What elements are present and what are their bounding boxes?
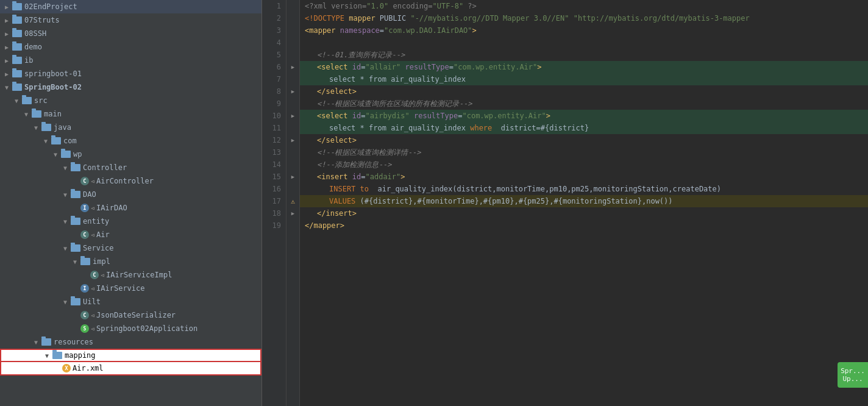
label-jsondateserializer: JsonDateSerializer [96,311,176,319]
gutter-11 [286,122,299,134]
folder-icon-07struts [12,16,22,24]
label-wp: wp [73,150,82,158]
line-num-11: 11 [267,122,281,134]
arrow-07struts [5,17,12,24]
badge-c-jsondateserializer: C [80,311,89,319]
line-num-19: 19 [267,219,281,232]
label-com: com [63,137,77,145]
gutter-12: ▶ [286,134,299,146]
tree-item-iairserviceimpl[interactable]: C ⊲ IAirServiceImpl [0,268,261,282]
code-line-1: <?xml version="1.0" encoding="UTF-8" ?> [300,0,868,12]
gutter-9 [286,98,299,110]
line-num-3: 3 [267,24,281,37]
tree-item-dao[interactable]: DAO [0,188,261,201]
tree-item-08ssh[interactable]: 08SSH [0,27,261,40]
tree-item-java[interactable]: java [0,121,261,134]
code-line-12: </select> [300,134,868,146]
arrow-uilt [63,299,71,305]
label-controller: Controller [83,163,127,172]
gutter-18: ▶ [286,207,299,219]
code-line-16: INSERT to air_quality_index(district,mon… [300,183,868,195]
file-tree[interactable]: 02EndProject 07Struts 08SSH demo ib spri… [0,0,262,406]
tree-item-uilt[interactable]: Uilt [0,295,261,308]
badge-c-air: C [80,230,89,239]
folder-icon-java [41,124,51,131]
code-line-3: <mapper namespace="com.wp.DAO.IAirDAO"> [300,24,868,37]
arrow-com [44,138,51,144]
spring-button-label: Spr... [841,367,865,375]
tree-item-controller[interactable]: Controller [0,161,261,174]
gutter-7 [286,73,299,85]
arrow-02endproject [5,4,12,10]
code-line-5: <!--01.查询所有记录--> [300,49,868,61]
tree-item-wp[interactable]: wp [0,148,261,161]
tree-item-jsondateserializer[interactable]: C ⊲ JsonDateSerializer [0,308,261,322]
badge-i-iairservice: I [80,284,89,293]
tree-item-entity[interactable]: entity [0,215,261,228]
gutter-14 [286,158,299,171]
gutter-6: ▶ [286,61,299,73]
code-line-6: <select id="allair" resultType="com.wp.e… [300,61,868,73]
tree-item-springboot01[interactable]: springboot-01 [0,67,261,80]
line-num-18: 18 [267,207,281,219]
label-impl: impl [93,257,110,266]
arrow-mapping [45,352,52,359]
folder-icon-springboot01 [12,70,22,77]
label-08ssh: 08SSH [24,29,46,38]
label-main: main [44,110,62,118]
gutter-17: ⚠ [286,195,299,207]
gutter-1 [286,0,299,12]
label-springboot02: SpringBoot-02 [24,83,82,91]
tree-item-ib[interactable]: ib [0,54,261,67]
tree-item-aircontroller[interactable]: C ⊲ AirController [0,174,261,188]
label-springboot01: springboot-01 [24,69,82,78]
code-line-13: <!--根据区域查询检测详情--> [300,146,868,158]
tree-item-demo[interactable]: demo [0,40,261,54]
gutter-19 [286,219,299,232]
tree-item-com[interactable]: com [0,134,261,148]
folder-icon-uilt [71,298,80,305]
folder-icon-wp [61,151,71,158]
arrow-entity [63,218,71,225]
tree-item-springboot02app[interactable]: S ⊲ Springboot02Application [0,322,261,335]
sub-iairserviceimpl: ⊲ [101,272,104,279]
line-num-14: 14 [267,158,281,171]
line-num-17: 17 [267,195,281,207]
label-resources: resources [54,338,93,346]
code-line-8: </select> [300,85,868,98]
label-air: Air [96,230,110,239]
tree-item-air-xml[interactable]: X Air.xml [0,362,261,376]
line-num-1: 1 [267,0,281,12]
tree-item-mapping[interactable]: mapping [0,349,261,362]
tree-item-src[interactable]: src [0,94,261,107]
tree-item-iairservice[interactable]: I ⊲ IAirService [0,282,261,295]
code-line-19: </mapper> [300,219,868,232]
folder-icon-impl [80,258,90,265]
arrow-ib [5,57,12,64]
tree-item-resources[interactable]: resources [0,335,261,349]
folder-icon-springboot02 [12,84,22,91]
sub-iairservice: ⊲ [91,285,94,292]
tree-item-impl[interactable]: impl [0,255,261,268]
label-iairdao: IAirDAO [96,204,127,212]
label-ib: ib [24,56,33,65]
line-num-2: 2 [267,12,281,24]
tree-item-service[interactable]: Service [0,241,261,255]
tree-item-iairdao[interactable]: I ⊲ IAirDAO [0,201,261,215]
gutter-16 [286,183,299,195]
badge-xml-air: X [62,364,71,372]
tree-item-air[interactable]: C ⊲ Air [0,228,261,241]
spring-button[interactable]: Spr... Up... [838,362,868,388]
tree-item-07struts[interactable]: 07Struts [0,13,261,27]
tree-item-main[interactable]: main [0,107,261,121]
sub-jsondateserializer: ⊲ [91,312,94,319]
line-num-16: 16 [267,183,281,195]
line-num-4: 4 [267,37,281,49]
tree-item-02endproject[interactable]: 02EndProject [0,0,261,13]
badge-c-iairserviceimpl: C [90,271,99,279]
line-num-6: 6 [267,61,281,73]
code-lines: <?xml version="1.0" encoding="UTF-8" ?> … [300,0,868,406]
label-service: Service [83,244,114,252]
tree-item-springboot02[interactable]: SpringBoot-02 [0,80,261,94]
badge-spring-springboot02app: S [80,324,89,333]
